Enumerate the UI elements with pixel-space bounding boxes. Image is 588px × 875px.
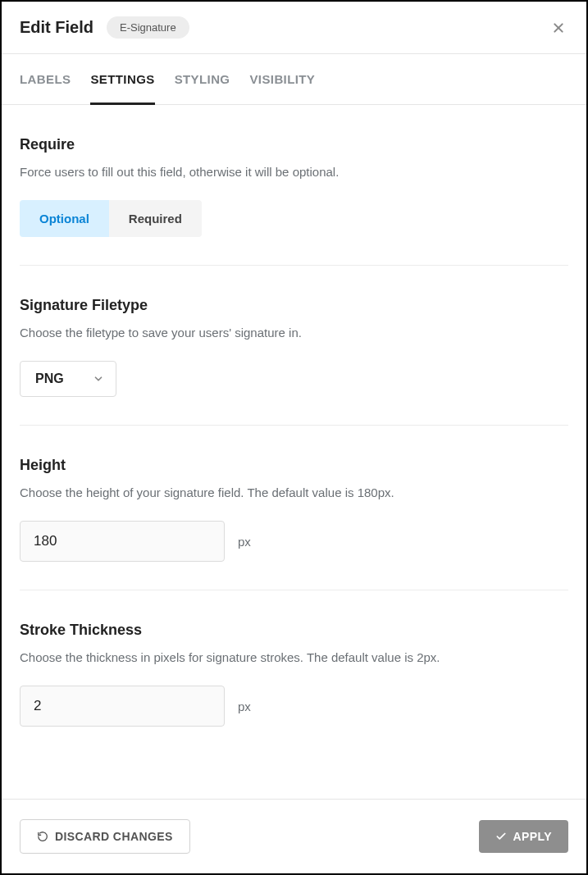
section-require: Require Force users to fill out this fie…	[20, 105, 568, 266]
section-title-stroke: Stroke Thickness	[20, 622, 568, 639]
tab-visibility[interactable]: VISIBILITY	[249, 54, 315, 105]
undo-icon	[37, 831, 48, 842]
option-optional[interactable]: Optional	[20, 200, 109, 237]
section-desc-require: Force users to fill out this field, othe…	[20, 163, 568, 180]
apply-button[interactable]: APPLY	[479, 820, 568, 853]
section-title-filetype: Signature Filetype	[20, 297, 568, 314]
section-title-height: Height	[20, 457, 568, 474]
stroke-input-row: px	[20, 686, 568, 727]
tabs-bar: LABELS SETTINGS STYLING VISIBILITY	[2, 54, 586, 105]
height-input[interactable]	[20, 521, 225, 562]
height-input-row: px	[20, 521, 568, 562]
section-desc-filetype: Choose the filetype to save your users' …	[20, 324, 568, 341]
section-desc-height: Choose the height of your signature fiel…	[20, 484, 568, 501]
section-stroke: Stroke Thickness Choose the thickness in…	[20, 590, 568, 754]
tab-labels[interactable]: LABELS	[20, 54, 71, 105]
height-unit: px	[238, 535, 251, 549]
field-type-badge: E-Signature	[107, 16, 189, 39]
discard-label: DISCARD CHANGES	[55, 830, 173, 843]
close-icon	[552, 21, 565, 34]
stroke-input[interactable]	[20, 686, 225, 727]
filetype-select[interactable]: PNG	[20, 361, 116, 397]
edit-field-panel: Edit Field E-Signature LABELS SETTINGS S…	[0, 0, 588, 875]
filetype-value: PNG	[35, 371, 64, 386]
discard-button[interactable]: DISCARD CHANGES	[20, 819, 190, 854]
check-icon	[495, 831, 507, 842]
stroke-unit: px	[238, 700, 251, 713]
option-required[interactable]: Required	[109, 200, 202, 237]
chevron-down-icon	[93, 373, 104, 385]
close-button[interactable]	[549, 18, 568, 38]
tab-settings[interactable]: SETTINGS	[90, 54, 154, 105]
section-desc-stroke: Choose the thickness in pixels for signa…	[20, 649, 568, 666]
panel-footer: DISCARD CHANGES APPLY	[2, 799, 586, 873]
panel-content: Require Force users to fill out this fie…	[2, 105, 586, 799]
panel-header: Edit Field E-Signature	[2, 2, 586, 54]
tab-styling[interactable]: STYLING	[175, 54, 230, 105]
panel-title: Edit Field	[20, 18, 93, 37]
apply-label: APPLY	[513, 830, 552, 843]
section-filetype: Signature Filetype Choose the filetype t…	[20, 266, 568, 426]
require-toggle: Optional Required	[20, 200, 202, 237]
section-title-require: Require	[20, 136, 568, 153]
section-height: Height Choose the height of your signatu…	[20, 426, 568, 590]
